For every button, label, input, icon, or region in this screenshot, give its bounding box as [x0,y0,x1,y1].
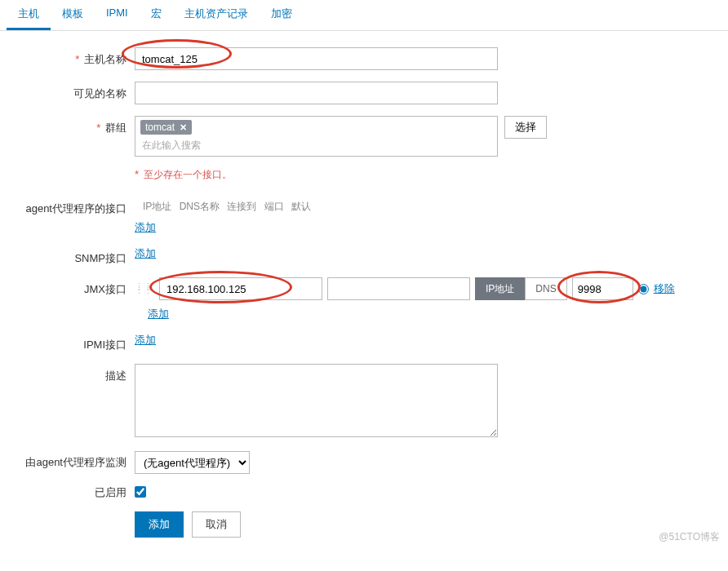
jmx-add-link[interactable]: 添加 [148,308,169,320]
drag-handle-icon[interactable]: ⋮⋮⋮⋮ [135,285,154,293]
tab-host[interactable]: 主机 [7,0,51,30]
visiblename-input[interactable] [135,82,498,104]
groups-search-input[interactable] [135,136,497,156]
toggle-dns[interactable]: DNS [525,277,566,300]
config-tabs: 主机 模板 IPMI 宏 主机资产记录 加密 [0,0,728,31]
host-form: * 主机名称 可见的名称 * 群组 tomcat ✕ [0,31,728,538]
ipmi-add-link[interactable]: 添加 [135,334,156,346]
jmx-ip-input[interactable] [159,277,322,300]
jmx-port-input[interactable] [572,277,633,300]
tab-encryption[interactable]: 加密 [260,0,304,30]
enabled-checkbox[interactable] [135,486,146,498]
group-tag-tomcat: tomcat ✕ [140,120,192,135]
tab-inventory[interactable]: 主机资产记录 [173,0,260,30]
snmp-add-link[interactable]: 添加 [135,247,156,259]
cancel-button[interactable]: 取消 [192,511,241,538]
label-jmx-interface: JMX接口 [0,277,135,297]
tab-ipmi[interactable]: IPMI [95,0,140,30]
monitored-by-select[interactable]: (无agent代理程序) [135,451,250,474]
tab-template[interactable]: 模板 [51,0,95,30]
agent-add-link[interactable]: 添加 [135,221,156,233]
watermark-text: @51CTO博客 [659,530,720,544]
required-star: * [135,168,139,180]
required-star: * [96,122,100,134]
submit-button[interactable]: 添加 [135,511,184,538]
jmx-dns-input[interactable] [327,277,470,300]
label-agent-interface: agent代理程序的接口 [0,197,135,216]
label-snmp-interface: SNMP接口 [0,246,135,266]
group-tag-remove[interactable]: ✕ [180,122,187,133]
hostname-input[interactable] [135,47,498,70]
required-star: * [75,53,79,65]
jmx-connect-toggle: IP地址 DNS [475,277,567,300]
interface-header-row: IP地址 DNS名称 连接到 端口 默认 [135,197,728,220]
label-description: 描述 [0,364,135,383]
label-groups: * 群组 [0,116,135,135]
toggle-ip[interactable]: IP地址 [475,277,525,300]
label-visiblename: 可见的名称 [0,82,135,101]
jmx-interface-row: ⋮⋮⋮⋮ IP地址 DNS 移除 [135,277,728,300]
groups-multiselect[interactable]: tomcat ✕ [135,116,498,157]
label-enabled: 已启用 [0,485,135,500]
interface-error-msg: 至少存在一个接口。 [144,166,232,180]
groups-select-button[interactable]: 选择 [504,116,547,139]
description-textarea[interactable] [135,364,498,437]
label-hostname: * 主机名称 [0,47,135,67]
tab-macro[interactable]: 宏 [140,0,173,30]
label-ipmi-interface: IPMI接口 [0,333,135,352]
jmx-default-radio[interactable] [638,284,649,294]
label-monitored-by: 由agent代理程序监测 [0,455,135,470]
jmx-remove-link[interactable]: 移除 [654,281,675,296]
